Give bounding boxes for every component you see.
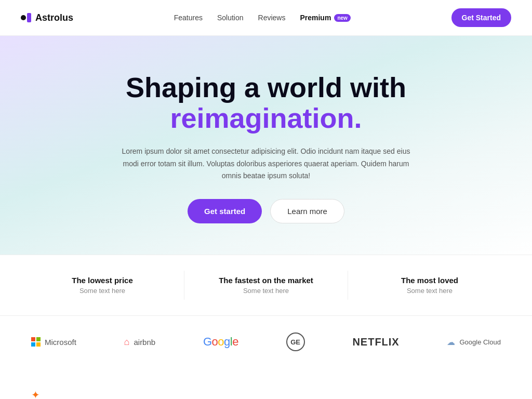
logo-icon <box>21 13 31 22</box>
logo-netflix: NETFLIX <box>352 336 399 348</box>
cloud-icon: ☁ <box>447 337 455 347</box>
stat-title-2: The most loved <box>358 276 501 285</box>
nav-item-features[interactable]: Features <box>174 13 203 22</box>
hero-get-started-button[interactable]: Get started <box>188 199 262 223</box>
logo-airbnb: ⌂ airbnb <box>124 337 156 348</box>
hero-description: Lorem ipsum dolor sit amet consectetur a… <box>121 145 411 182</box>
logo[interactable]: Astrolus <box>21 12 73 23</box>
stats-section: The lowest price Some text here The fast… <box>0 255 532 316</box>
nav-item-premium[interactable]: Premium new <box>300 14 350 22</box>
logo-dot <box>21 15 26 20</box>
airbnb-label: airbnb <box>134 338 155 347</box>
stat-title-1: The fastest on the market <box>195 276 337 285</box>
stat-item-1: The fastest on the market Some text here <box>184 271 348 300</box>
google-label: Google <box>203 335 238 349</box>
stat-item-0: The lowest price Some text here <box>21 271 184 300</box>
stat-title-0: The lowest price <box>31 276 174 285</box>
premium-badge: new <box>334 14 350 22</box>
stat-item-2: The most loved Some text here <box>348 271 511 300</box>
stat-desc-1: Some text here <box>195 287 337 295</box>
microsoft-icon <box>31 337 41 347</box>
hero-section: Shaping a world with reimagination. Lore… <box>0 36 532 255</box>
logo-ge: GE <box>286 332 305 351</box>
hero-heading: Shaping a world with reimagination. <box>21 72 511 134</box>
hero-heading-line1: Shaping a world with <box>126 72 406 103</box>
hero-heading-line2: reimagination. <box>170 102 362 134</box>
nav-link-features[interactable]: Features <box>174 14 203 22</box>
navbar: Astrolus Features Solution Reviews Premi… <box>0 0 532 36</box>
nav-item-solution[interactable]: Solution <box>217 13 244 22</box>
nav-item-reviews[interactable]: Reviews <box>258 13 286 22</box>
netflix-label: NETFLIX <box>352 336 399 348</box>
nav-link-premium[interactable]: Premium <box>300 14 331 22</box>
microsoft-label: Microsoft <box>45 338 76 347</box>
logo-google: Google <box>203 335 238 349</box>
nav-link-solution[interactable]: Solution <box>217 14 244 22</box>
hero-learn-more-button[interactable]: Learn more <box>270 199 344 223</box>
logo-bar <box>27 13 31 22</box>
sparkle-icon: ✦ <box>31 389 501 399</box>
airbnb-icon: ⌂ <box>124 337 130 348</box>
ge-icon: GE <box>286 332 305 351</box>
stat-desc-0: Some text here <box>31 287 174 295</box>
nav-links: Features Solution Reviews Premium new <box>174 13 351 22</box>
logo-text: Astrolus <box>35 12 73 23</box>
logo-microsoft: Microsoft <box>31 337 76 347</box>
stat-desc-2: Some text here <box>358 287 501 295</box>
logo-google-cloud: ☁ Google Cloud <box>447 337 501 347</box>
nav-link-reviews[interactable]: Reviews <box>258 14 286 22</box>
logos-section: Microsoft ⌂ airbnb Google GE NETFLIX ☁ G… <box>0 316 532 368</box>
ge-label: GE <box>290 338 300 346</box>
bottom-section: ✦ A technology-first approach to payment… <box>0 368 532 399</box>
nav-get-started-button[interactable]: Get Started <box>451 8 511 27</box>
google-cloud-label: Google Cloud <box>459 338 501 346</box>
hero-buttons: Get started Learn more <box>21 199 511 223</box>
